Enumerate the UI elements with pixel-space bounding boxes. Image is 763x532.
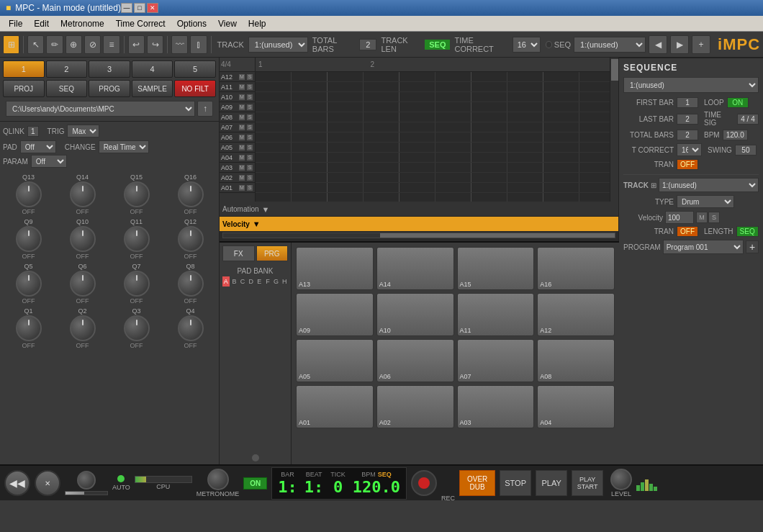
menu-help[interactable]: Help	[243, 17, 272, 30]
velocity-arrow[interactable]: ▼	[253, 220, 261, 228]
menu-file[interactable]: File	[3, 17, 28, 30]
seq-add[interactable]: +	[692, 35, 710, 54]
zoom-wave-button[interactable]: 〰	[171, 35, 188, 54]
num-button-5[interactable]: 5	[174, 60, 216, 78]
note-a06-s[interactable]: S	[246, 134, 253, 141]
seq-button[interactable]: SEQ	[46, 80, 88, 97]
level-knob[interactable]	[610, 469, 632, 490]
pad-a07[interactable]: A07	[457, 339, 535, 382]
seq-select-toolbar[interactable]: 1:(unused)	[574, 37, 646, 53]
knob-q3-dial[interactable]	[124, 315, 150, 341]
bank-a[interactable]: A	[222, 276, 230, 287]
note-a01-m[interactable]: M	[238, 184, 245, 191]
scrollbar-track-h[interactable]	[222, 233, 615, 238]
note-a03-s[interactable]: S	[246, 164, 253, 171]
track-select-toolbar[interactable]: 1:(unused)	[248, 37, 308, 53]
bank-f[interactable]: F	[264, 276, 271, 287]
note-a03-m[interactable]: M	[238, 164, 245, 171]
pad-a15[interactable]: A15	[457, 247, 535, 290]
pad-a01[interactable]: A01	[296, 385, 374, 428]
metronome-knob[interactable]	[207, 469, 229, 490]
pad-a16[interactable]: A16	[537, 247, 615, 290]
note-a10-m[interactable]: M	[238, 94, 245, 101]
num-button-3[interactable]: 3	[89, 60, 130, 78]
proj-button[interactable]: PROJ	[3, 80, 45, 97]
pad-a10[interactable]: A10	[376, 293, 454, 336]
note-a07-m[interactable]: M	[238, 124, 245, 131]
num-button-1[interactable]: 1	[3, 60, 45, 78]
no-filt-button[interactable]: NO FILT	[174, 80, 216, 97]
pad-a04[interactable]: A04	[537, 385, 615, 428]
note-a04-m[interactable]: M	[238, 154, 245, 161]
list-tool[interactable]: ≡	[103, 35, 119, 54]
overdub-button[interactable]: OVERDUB	[459, 470, 495, 496]
pad-a05[interactable]: A05	[296, 339, 374, 382]
note-a02-m[interactable]: M	[238, 174, 245, 181]
pad-a08[interactable]: A08	[537, 339, 615, 382]
redo-button[interactable]: ↪	[147, 35, 163, 54]
pad-a14[interactable]: A14	[376, 247, 454, 290]
minimize-button[interactable]: —	[121, 3, 132, 13]
select-tool[interactable]: ⊕	[66, 35, 82, 54]
knob-q1-dial[interactable]	[16, 315, 42, 341]
on-button[interactable]: ON	[243, 477, 267, 490]
knob-q11-dial[interactable]	[124, 226, 150, 252]
note-a05-m[interactable]: M	[238, 144, 245, 151]
scroll-thumb-v[interactable]	[611, 59, 618, 81]
note-a10-s[interactable]: S	[246, 94, 253, 101]
vel-m-btn[interactable]: M	[696, 212, 708, 223]
change-select[interactable]: Real Time	[99, 140, 149, 153]
note-a09-s[interactable]: S	[246, 104, 253, 111]
pad-a02[interactable]: A02	[376, 385, 454, 428]
program-select[interactable]: Program 001	[663, 240, 744, 254]
knob-q5-dial[interactable]	[16, 271, 42, 297]
bank-h[interactable]: H	[281, 276, 288, 287]
note-a06-m[interactable]: M	[238, 134, 245, 141]
note-a02-s[interactable]: S	[246, 174, 253, 181]
rec-button[interactable]	[411, 470, 437, 496]
scrollbar-thumb-h[interactable]	[380, 233, 615, 238]
pad-select[interactable]: Off	[20, 140, 56, 153]
knob-q8-dial[interactable]	[178, 271, 204, 297]
erase-tool[interactable]: ⊘	[84, 35, 101, 54]
note-a08-s[interactable]: S	[246, 114, 253, 121]
prg-button[interactable]: PRG	[256, 245, 289, 261]
note-a09-m[interactable]: M	[238, 104, 245, 111]
stop-button[interactable]: STOP	[500, 470, 531, 496]
time-correct-select[interactable]: 16	[513, 37, 541, 53]
note-a12-m[interactable]: M	[238, 73, 245, 81]
tcorrect-select[interactable]: 16	[677, 143, 702, 156]
path-select[interactable]: C:\Users\andy\Documents\MPC	[6, 101, 195, 117]
note-a05-s[interactable]: S	[246, 144, 253, 151]
knob-q16-dial[interactable]	[178, 181, 204, 207]
bank-b[interactable]: B	[231, 276, 238, 287]
seq-arrow-right[interactable]: ▶	[670, 35, 689, 54]
pad-a12[interactable]: A12	[537, 293, 615, 336]
bank-c[interactable]: C	[239, 276, 246, 287]
bank-e[interactable]: E	[256, 276, 263, 287]
note-a01-s[interactable]: S	[246, 184, 253, 191]
note-a08-m[interactable]: M	[238, 114, 245, 121]
type-select[interactable]: Drum	[677, 195, 734, 208]
pad-a03[interactable]: A03	[457, 385, 535, 428]
menu-options[interactable]: Options	[171, 17, 212, 30]
note-a12-s[interactable]: S	[246, 73, 253, 81]
volume-knob[interactable]	[77, 471, 96, 490]
seq-grid-area[interactable]: 1 2	[256, 58, 618, 202]
knob-q15-dial[interactable]	[124, 181, 150, 207]
volume-slider-track[interactable]	[65, 491, 108, 495]
knob-q14-dial[interactable]	[70, 181, 96, 207]
play-button[interactable]: PLAY	[536, 470, 567, 496]
knob-q7-dial[interactable]	[124, 271, 150, 297]
pad-a11[interactable]: A11	[457, 293, 535, 336]
cursor-tool[interactable]: ↖	[27, 35, 44, 54]
knob-q13-dial[interactable]	[16, 181, 42, 207]
menu-metronome[interactable]: Metronome	[55, 17, 110, 30]
menu-edit[interactable]: Edit	[28, 17, 55, 30]
menu-view[interactable]: View	[212, 17, 243, 30]
play-start-button[interactable]: PLAYSTART	[572, 470, 603, 496]
knob-q12-dial[interactable]	[178, 226, 204, 252]
trig-select[interactable]: Max	[67, 125, 99, 137]
piano-tool[interactable]: ⫿	[190, 35, 207, 54]
num-button-4[interactable]: 4	[132, 60, 173, 78]
